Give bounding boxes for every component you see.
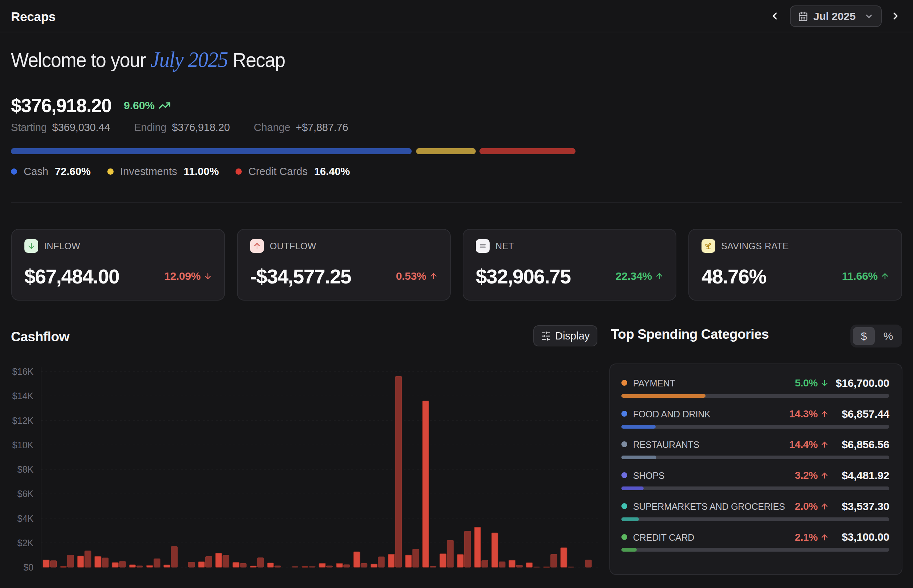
svg-text:$14K: $14K [12, 391, 34, 401]
svg-text:$8K: $8K [18, 464, 34, 475]
svg-text:$0: $0 [23, 562, 34, 572]
svg-text:$2K: $2K [18, 538, 34, 548]
svg-text:$4K: $4K [18, 514, 34, 523]
svg-text:$16K: $16K [12, 367, 34, 376]
svg-text:$12K: $12K [12, 415, 34, 426]
svg-text:$10K: $10K [12, 440, 34, 450]
svg-text:$6K: $6K [18, 489, 34, 499]
